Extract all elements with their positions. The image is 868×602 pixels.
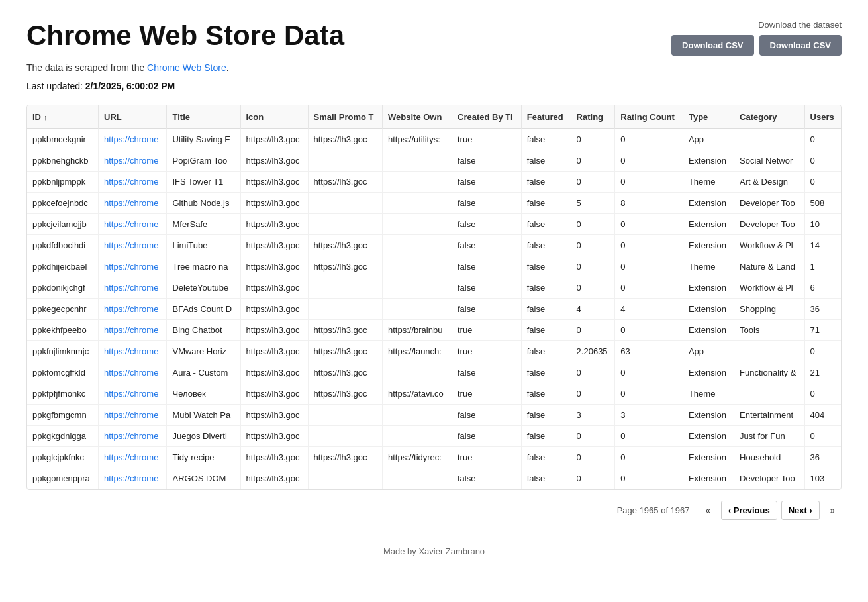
cell-type: App xyxy=(683,129,734,150)
table-row: ppkdonikjchgfhttps://chromeDeleteYoutube… xyxy=(27,277,841,299)
cell-type: Extension xyxy=(683,235,734,256)
cell-website_owner xyxy=(383,256,452,277)
cell-category: Tools xyxy=(734,320,805,341)
cell-title: Utility Saving E xyxy=(167,129,240,150)
cell-small_promo: https://lh3.goc xyxy=(308,172,383,193)
url-link[interactable]: https://chrome xyxy=(104,283,158,293)
url-link[interactable]: https://chrome xyxy=(104,474,158,483)
cell-small_promo: https://lh3.goc xyxy=(308,383,383,405)
cell-rating_count: 3 xyxy=(615,405,683,426)
table-row: ppkcefoejnbdchttps://chromeGithub Node.j… xyxy=(27,193,841,214)
footer: Made by Xavier Zambrano xyxy=(26,546,842,556)
column-header-rating: Rating xyxy=(571,105,615,129)
cell-category: Social Networ xyxy=(734,150,805,172)
cell-type: Extension xyxy=(683,214,734,235)
cell-type: Extension xyxy=(683,299,734,320)
cell-url: https://chrome xyxy=(99,341,167,362)
url-link[interactable]: https://chrome xyxy=(104,410,158,420)
cell-website_owner: https://brainbu xyxy=(383,320,452,341)
column-header-users: Users xyxy=(804,105,841,129)
cell-id: ppkgomenppra xyxy=(27,468,99,489)
url-link[interactable]: https://chrome xyxy=(104,368,158,377)
cell-small_promo: https://lh3.goc xyxy=(308,362,383,383)
cell-created_by: false xyxy=(452,277,522,299)
next-page-button[interactable]: Next › xyxy=(781,501,820,520)
last-page-button[interactable]: » xyxy=(824,501,842,519)
cell-category: Nature & Land xyxy=(734,256,805,277)
cell-rating_count: 0 xyxy=(615,426,683,447)
cell-id: ppkglcjpkfnkc xyxy=(27,447,99,468)
url-link[interactable]: https://chrome xyxy=(104,219,158,229)
cell-category: Developer Too xyxy=(734,468,805,489)
cell-url: https://chrome xyxy=(99,150,167,172)
cell-featured: false xyxy=(521,172,571,193)
cell-type: Theme xyxy=(683,172,734,193)
url-link[interactable]: https://chrome xyxy=(104,177,158,187)
cell-users: 404 xyxy=(804,405,841,426)
cell-created_by: false xyxy=(452,172,522,193)
download-label: Download the dataset xyxy=(671,20,842,30)
cell-rating: 0 xyxy=(571,320,615,341)
cell-rating_count: 0 xyxy=(615,447,683,468)
cell-small_promo xyxy=(308,299,383,320)
cell-url: https://chrome xyxy=(99,214,167,235)
cell-featured: false xyxy=(521,256,571,277)
cell-id: ppkegecpcnhr xyxy=(27,299,99,320)
cell-id: ppkfnjlimknmjc xyxy=(27,341,99,362)
cell-created_by: true xyxy=(452,129,522,150)
url-link[interactable]: https://chrome xyxy=(104,262,158,272)
url-link[interactable]: https://chrome xyxy=(104,325,158,335)
url-link[interactable]: https://chrome xyxy=(104,198,158,208)
cell-rating: 0 xyxy=(571,235,615,256)
cell-website_owner xyxy=(383,193,452,214)
download-csv-button-1[interactable]: Download CSV xyxy=(671,35,753,56)
cell-icon: https://lh3.goc xyxy=(240,172,308,193)
cell-id: ppkdonikjchgf xyxy=(27,277,99,299)
url-link[interactable]: https://chrome xyxy=(104,156,158,166)
url-link[interactable]: https://chrome xyxy=(104,452,158,462)
url-link[interactable]: https://chrome xyxy=(104,431,158,441)
table-row: ppkfpfjfmonkchttps://chromeЧеловекhttps:… xyxy=(27,383,841,405)
cell-featured: false xyxy=(521,235,571,256)
cell-featured: false xyxy=(521,150,571,172)
cell-users: 14 xyxy=(804,235,841,256)
cell-users: 103 xyxy=(804,468,841,489)
data-table: ID↑URLTitleIconSmall Promo TWebsite OwnC… xyxy=(27,105,841,489)
column-header-title: Title xyxy=(167,105,240,129)
url-link[interactable]: https://chrome xyxy=(104,304,158,314)
cell-website_owner xyxy=(383,362,452,383)
url-link[interactable]: https://chrome xyxy=(104,346,158,356)
cell-rating: 0 xyxy=(571,150,615,172)
cell-title: DeleteYoutube xyxy=(167,277,240,299)
cell-url: https://chrome xyxy=(99,362,167,383)
cell-icon: https://lh3.goc xyxy=(240,235,308,256)
cell-rating: 0 xyxy=(571,172,615,193)
cell-type: Theme xyxy=(683,256,734,277)
cell-id: ppkgkgdnlgga xyxy=(27,426,99,447)
url-link[interactable]: https://chrome xyxy=(104,240,158,250)
column-header-id[interactable]: ID↑ xyxy=(27,105,99,129)
cell-created_by: true xyxy=(452,320,522,341)
chrome-web-store-link[interactable]: Chrome Web Store xyxy=(147,62,226,73)
cell-title: ARGOS DOM xyxy=(167,468,240,489)
url-link[interactable]: https://chrome xyxy=(104,134,158,144)
cell-category: Developer Too xyxy=(734,214,805,235)
previous-page-button[interactable]: ‹ Previous xyxy=(721,501,777,520)
cell-category: Just for Fun xyxy=(734,426,805,447)
cell-rating: 0 xyxy=(571,214,615,235)
cell-title: LimiTube xyxy=(167,235,240,256)
cell-users: 71 xyxy=(804,320,841,341)
cell-users: 0 xyxy=(804,426,841,447)
first-page-button[interactable]: « xyxy=(699,501,717,519)
table-row: ppkbmcekgnirhttps://chromeUtility Saving… xyxy=(27,129,841,150)
cell-category xyxy=(734,129,805,150)
cell-title: Bing Chatbot xyxy=(167,320,240,341)
cell-title: MferSafe xyxy=(167,214,240,235)
download-csv-button-2[interactable]: Download CSV xyxy=(759,35,842,56)
column-header-url: URL xyxy=(99,105,167,129)
cell-icon: https://lh3.goc xyxy=(240,320,308,341)
url-link[interactable]: https://chrome xyxy=(104,389,158,399)
cell-category xyxy=(734,383,805,405)
cell-title: Juegos Diverti xyxy=(167,426,240,447)
cell-created_by: true xyxy=(452,383,522,405)
